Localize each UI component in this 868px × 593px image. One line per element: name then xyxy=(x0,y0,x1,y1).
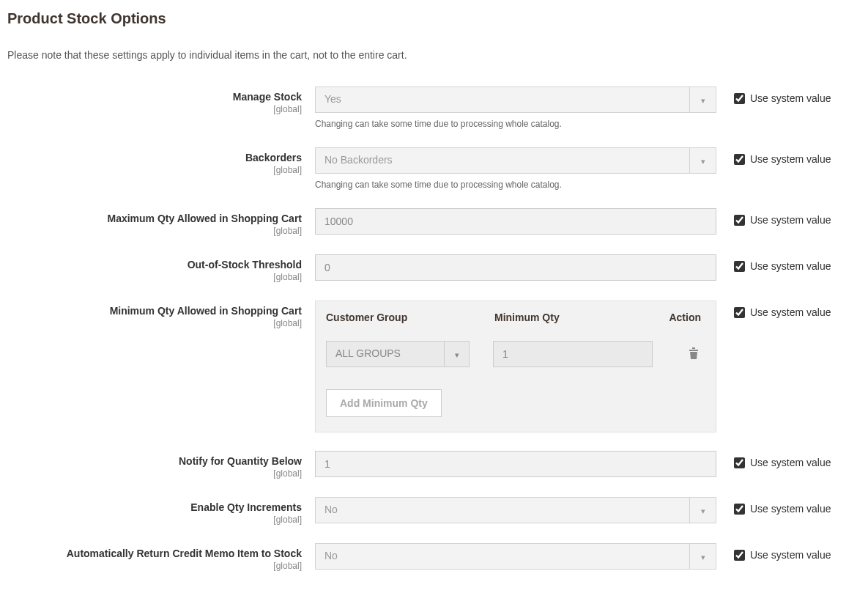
min-qty-block: Customer Group Minimum Qty Action ALL GR… xyxy=(315,301,716,432)
row-backorders: Backorders [global] No Backorders Changi… xyxy=(7,147,861,190)
chevron-down-icon xyxy=(689,87,716,112)
checkbox-sys-qty-increments[interactable] xyxy=(734,504,745,515)
select-manage-stock-value: Yes xyxy=(316,87,689,112)
scope-auto-return: [global] xyxy=(7,561,302,571)
add-minimum-qty-button[interactable]: Add Minimum Qty xyxy=(326,389,442,417)
scope-min-qty: [global] xyxy=(7,318,302,328)
label-sys-manage-stock: Use system value xyxy=(750,92,831,104)
header-action: Action xyxy=(626,312,705,323)
select-qty-increments[interactable]: No xyxy=(315,497,716,523)
chevron-down-icon xyxy=(689,498,716,523)
label-sys-max-qty: Use system value xyxy=(750,214,831,226)
label-sys-oos-threshold: Use system value xyxy=(750,260,831,272)
label-backorders: Backorders xyxy=(245,152,302,163)
select-manage-stock[interactable]: Yes xyxy=(315,86,716,113)
trash-icon[interactable] xyxy=(688,347,700,362)
label-oos-threshold: Out-of-Stock Threshold xyxy=(188,259,302,270)
input-min-qty-value[interactable] xyxy=(493,341,653,367)
label-min-qty: Minimum Qty Allowed in Shopping Cart xyxy=(110,305,302,317)
select-auto-return[interactable]: No xyxy=(315,543,716,570)
select-backorders-value: No Backorders xyxy=(316,148,689,173)
label-sys-notify-below: Use system value xyxy=(750,457,831,468)
min-qty-row: ALL GROUPS xyxy=(326,341,705,367)
chevron-down-icon xyxy=(444,342,469,367)
scope-notify-below: [global] xyxy=(7,468,302,479)
scope-backorders: [global] xyxy=(7,165,302,175)
checkbox-sys-backorders[interactable] xyxy=(734,154,745,165)
row-min-qty: Minimum Qty Allowed in Shopping Cart [gl… xyxy=(7,301,861,432)
label-sys-qty-increments: Use system value xyxy=(750,503,831,515)
select-auto-return-value: No xyxy=(316,544,689,569)
select-qty-increments-value: No xyxy=(316,498,689,523)
label-sys-backorders: Use system value xyxy=(750,153,831,165)
row-oos-threshold: Out-of-Stock Threshold [global] Use syst… xyxy=(7,254,861,282)
svg-rect-1 xyxy=(692,347,695,349)
chevron-down-icon xyxy=(689,148,716,173)
checkbox-sys-min-qty[interactable] xyxy=(734,307,745,318)
checkbox-sys-oos-threshold[interactable] xyxy=(734,261,745,272)
label-auto-return: Automatically Return Credit Memo Item to… xyxy=(67,548,302,559)
label-qty-increments: Enable Qty Increments xyxy=(190,501,302,513)
input-max-qty[interactable] xyxy=(315,208,716,235)
select-customer-group[interactable]: ALL GROUPS xyxy=(326,341,470,367)
select-customer-group-value: ALL GROUPS xyxy=(327,342,444,367)
svg-rect-0 xyxy=(689,350,698,351)
checkbox-sys-max-qty[interactable] xyxy=(734,215,745,226)
input-oos-threshold[interactable] xyxy=(315,254,716,281)
scope-max-qty: [global] xyxy=(7,226,302,236)
row-manage-stock: Manage Stock [global] Yes Changing can t… xyxy=(7,86,861,129)
header-customer-group: Customer Group xyxy=(326,312,480,323)
header-minimum-qty: Minimum Qty xyxy=(480,312,626,323)
row-max-qty: Maximum Qty Allowed in Shopping Cart [gl… xyxy=(7,208,861,236)
chevron-down-icon xyxy=(689,544,716,569)
checkbox-sys-auto-return[interactable] xyxy=(734,550,745,561)
label-manage-stock: Manage Stock xyxy=(233,91,302,103)
input-notify-below[interactable] xyxy=(315,451,716,477)
checkbox-sys-manage-stock[interactable] xyxy=(734,93,745,104)
note-backorders: Changing can take some time due to proce… xyxy=(315,180,716,190)
label-max-qty: Maximum Qty Allowed in Shopping Cart xyxy=(108,213,303,224)
section-title: Product Stock Options xyxy=(7,10,861,27)
scope-qty-increments: [global] xyxy=(7,515,302,525)
row-auto-return: Automatically Return Credit Memo Item to… xyxy=(7,543,861,571)
section-note: Please note that these settings apply to… xyxy=(7,49,861,61)
row-qty-increments: Enable Qty Increments [global] No Use sy… xyxy=(7,497,861,525)
label-notify-below: Notify for Quantity Below xyxy=(179,455,302,467)
checkbox-sys-notify-below[interactable] xyxy=(734,457,745,468)
scope-manage-stock: [global] xyxy=(7,104,302,114)
label-sys-min-qty: Use system value xyxy=(750,306,831,318)
select-backorders[interactable]: No Backorders xyxy=(315,147,716,174)
row-notify-below: Notify for Quantity Below [global] Use s… xyxy=(7,451,861,479)
label-sys-auto-return: Use system value xyxy=(750,549,831,561)
note-manage-stock: Changing can take some time due to proce… xyxy=(315,119,716,129)
scope-oos-threshold: [global] xyxy=(7,272,302,282)
